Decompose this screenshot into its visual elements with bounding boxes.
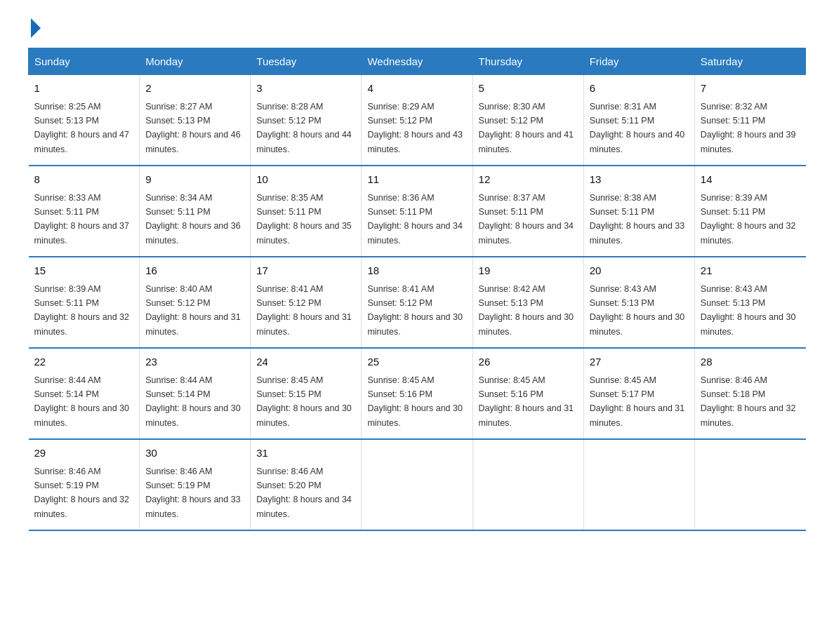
calendar-cell: 28Sunrise: 8:46 AMSunset: 5:18 PMDayligh… — [694, 348, 805, 439]
day-info: Sunrise: 8:39 AMSunset: 5:11 PMDaylight:… — [701, 193, 796, 246]
day-number: 11 — [367, 172, 466, 188]
calendar-cell: 23Sunrise: 8:44 AMSunset: 5:14 PMDayligh… — [140, 348, 251, 439]
week-row-5: 29Sunrise: 8:46 AMSunset: 5:19 PMDayligh… — [29, 439, 806, 530]
week-row-3: 15Sunrise: 8:39 AMSunset: 5:11 PMDayligh… — [29, 257, 806, 348]
day-info: Sunrise: 8:45 AMSunset: 5:16 PMDaylight:… — [479, 375, 574, 428]
day-number: 27 — [590, 354, 689, 370]
calendar-cell: 17Sunrise: 8:41 AMSunset: 5:12 PMDayligh… — [251, 257, 362, 348]
day-number: 17 — [256, 263, 355, 279]
calendar-cell: 11Sunrise: 8:36 AMSunset: 5:11 PMDayligh… — [362, 166, 472, 257]
day-number: 19 — [479, 263, 578, 279]
day-info: Sunrise: 8:43 AMSunset: 5:13 PMDaylight:… — [701, 284, 796, 337]
calendar-cell: 18Sunrise: 8:41 AMSunset: 5:12 PMDayligh… — [362, 257, 472, 348]
page-header — [28, 21, 806, 34]
day-number: 7 — [701, 81, 800, 97]
day-info: Sunrise: 8:27 AMSunset: 5:13 PMDaylight:… — [145, 102, 241, 154]
day-info: Sunrise: 8:31 AMSunset: 5:11 PMDaylight:… — [590, 102, 685, 154]
day-number: 16 — [145, 263, 244, 279]
calendar-cell: 14Sunrise: 8:39 AMSunset: 5:11 PMDayligh… — [694, 166, 805, 257]
day-info: Sunrise: 8:39 AMSunset: 5:11 PMDaylight:… — [34, 284, 130, 337]
day-number: 2 — [145, 81, 244, 97]
day-info: Sunrise: 8:38 AMSunset: 5:11 PMDaylight:… — [590, 193, 685, 246]
day-number: 18 — [367, 263, 466, 279]
day-number: 5 — [479, 81, 578, 97]
calendar-cell: 29Sunrise: 8:46 AMSunset: 5:19 PMDayligh… — [29, 439, 140, 530]
header-tuesday: Tuesday — [251, 48, 362, 75]
day-info: Sunrise: 8:34 AMSunset: 5:11 PMDaylight:… — [145, 193, 241, 246]
calendar-cell — [362, 439, 472, 530]
calendar-cell: 13Sunrise: 8:38 AMSunset: 5:11 PMDayligh… — [583, 166, 694, 257]
day-number: 15 — [34, 263, 134, 279]
calendar-cell — [583, 439, 694, 530]
calendar-cell: 3Sunrise: 8:28 AMSunset: 5:12 PMDaylight… — [251, 75, 362, 166]
day-number: 12 — [479, 172, 578, 188]
week-row-1: 1Sunrise: 8:25 AMSunset: 5:13 PMDaylight… — [29, 75, 806, 166]
day-number: 26 — [479, 354, 578, 370]
day-info: Sunrise: 8:30 AMSunset: 5:12 PMDaylight:… — [479, 102, 574, 154]
week-row-4: 22Sunrise: 8:44 AMSunset: 5:14 PMDayligh… — [29, 348, 806, 439]
calendar-cell: 26Sunrise: 8:45 AMSunset: 5:16 PMDayligh… — [472, 348, 583, 439]
calendar-table: SundayMondayTuesdayWednesdayThursdayFrid… — [28, 48, 806, 531]
week-row-2: 8Sunrise: 8:33 AMSunset: 5:11 PMDaylight… — [29, 166, 806, 257]
header-sunday: Sunday — [29, 48, 140, 75]
day-info: Sunrise: 8:42 AMSunset: 5:13 PMDaylight:… — [479, 284, 574, 337]
day-info: Sunrise: 8:44 AMSunset: 5:14 PMDaylight:… — [145, 375, 241, 428]
day-number: 25 — [367, 354, 466, 370]
calendar-cell: 21Sunrise: 8:43 AMSunset: 5:13 PMDayligh… — [694, 257, 805, 348]
day-number: 28 — [701, 354, 800, 370]
calendar-cell — [472, 439, 583, 530]
days-header-row: SundayMondayTuesdayWednesdayThursdayFrid… — [29, 48, 806, 75]
day-info: Sunrise: 8:29 AMSunset: 5:12 PMDaylight:… — [367, 102, 463, 154]
day-info: Sunrise: 8:46 AMSunset: 5:20 PMDaylight:… — [256, 467, 352, 519]
day-number: 10 — [256, 172, 355, 188]
day-info: Sunrise: 8:41 AMSunset: 5:12 PMDaylight:… — [256, 284, 352, 337]
day-number: 29 — [34, 445, 134, 462]
calendar-cell: 25Sunrise: 8:45 AMSunset: 5:16 PMDayligh… — [362, 348, 472, 439]
calendar-cell: 7Sunrise: 8:32 AMSunset: 5:11 PMDaylight… — [694, 75, 805, 166]
day-number: 31 — [256, 445, 355, 462]
calendar-cell: 22Sunrise: 8:44 AMSunset: 5:14 PMDayligh… — [29, 348, 140, 439]
day-info: Sunrise: 8:35 AMSunset: 5:11 PMDaylight:… — [256, 193, 352, 246]
day-info: Sunrise: 8:46 AMSunset: 5:19 PMDaylight:… — [145, 467, 241, 519]
day-info: Sunrise: 8:43 AMSunset: 5:13 PMDaylight:… — [590, 284, 685, 337]
day-number: 9 — [145, 172, 244, 188]
calendar-cell: 2Sunrise: 8:27 AMSunset: 5:13 PMDaylight… — [140, 75, 251, 166]
header-wednesday: Wednesday — [362, 48, 472, 75]
calendar-cell: 20Sunrise: 8:43 AMSunset: 5:13 PMDayligh… — [583, 257, 694, 348]
day-number: 14 — [701, 172, 800, 188]
header-thursday: Thursday — [472, 48, 583, 75]
day-info: Sunrise: 8:46 AMSunset: 5:18 PMDaylight:… — [701, 375, 796, 428]
day-number: 24 — [256, 354, 355, 370]
day-number: 22 — [34, 354, 134, 370]
calendar-cell: 15Sunrise: 8:39 AMSunset: 5:11 PMDayligh… — [29, 257, 140, 348]
calendar-cell: 19Sunrise: 8:42 AMSunset: 5:13 PMDayligh… — [472, 257, 583, 348]
day-info: Sunrise: 8:32 AMSunset: 5:11 PMDaylight:… — [701, 102, 796, 154]
calendar-cell — [694, 439, 805, 530]
day-number: 8 — [34, 172, 134, 188]
calendar-cell: 4Sunrise: 8:29 AMSunset: 5:12 PMDaylight… — [362, 75, 472, 166]
day-number: 23 — [145, 354, 244, 370]
header-friday: Friday — [583, 48, 694, 75]
day-info: Sunrise: 8:45 AMSunset: 5:17 PMDaylight:… — [590, 375, 685, 428]
day-number: 6 — [590, 81, 689, 97]
day-info: Sunrise: 8:37 AMSunset: 5:11 PMDaylight:… — [479, 193, 574, 246]
header-monday: Monday — [140, 48, 251, 75]
header-saturday: Saturday — [694, 48, 805, 75]
calendar-cell: 5Sunrise: 8:30 AMSunset: 5:12 PMDaylight… — [472, 75, 583, 166]
day-info: Sunrise: 8:40 AMSunset: 5:12 PMDaylight:… — [145, 284, 241, 337]
calendar-cell: 31Sunrise: 8:46 AMSunset: 5:20 PMDayligh… — [251, 439, 362, 530]
calendar-cell: 9Sunrise: 8:34 AMSunset: 5:11 PMDaylight… — [140, 166, 251, 257]
calendar-cell: 12Sunrise: 8:37 AMSunset: 5:11 PMDayligh… — [472, 166, 583, 257]
calendar-cell: 1Sunrise: 8:25 AMSunset: 5:13 PMDaylight… — [29, 75, 140, 166]
calendar-cell: 24Sunrise: 8:45 AMSunset: 5:15 PMDayligh… — [251, 348, 362, 439]
day-info: Sunrise: 8:25 AMSunset: 5:13 PMDaylight:… — [34, 102, 130, 154]
day-number: 21 — [701, 263, 800, 279]
day-number: 4 — [367, 81, 466, 97]
day-info: Sunrise: 8:45 AMSunset: 5:15 PMDaylight:… — [256, 375, 352, 428]
day-number: 3 — [256, 81, 355, 97]
day-info: Sunrise: 8:41 AMSunset: 5:12 PMDaylight:… — [367, 284, 463, 337]
calendar-cell: 30Sunrise: 8:46 AMSunset: 5:19 PMDayligh… — [140, 439, 251, 530]
day-info: Sunrise: 8:28 AMSunset: 5:12 PMDaylight:… — [256, 102, 352, 154]
calendar-cell: 10Sunrise: 8:35 AMSunset: 5:11 PMDayligh… — [251, 166, 362, 257]
day-number: 13 — [590, 172, 689, 188]
